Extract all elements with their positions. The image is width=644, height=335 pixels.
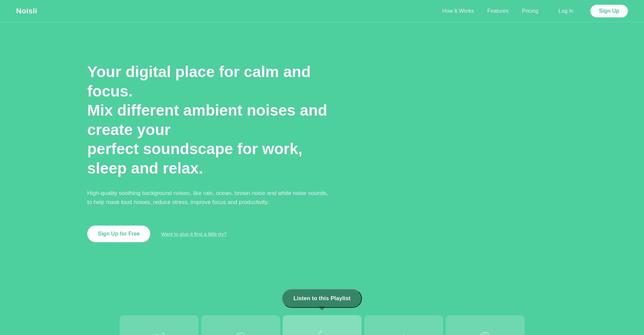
sound-tile-steam[interactable] (364, 315, 443, 335)
sound-tile-coffee[interactable] (283, 315, 362, 335)
nav-login[interactable]: Log In (558, 8, 573, 14)
nav-pricing[interactable]: Pricing (522, 8, 538, 14)
playlist-section: Listen to this Playlist (0, 289, 644, 335)
steam-icon (395, 329, 412, 335)
nav-signup-button[interactable]: Sign Up (590, 5, 628, 17)
site-logo[interactable]: Noisli (16, 7, 37, 15)
sound-tile-circle[interactable] (446, 315, 525, 335)
circle-icon (477, 329, 493, 335)
try-link[interactable]: Want to give it first a little try? (161, 231, 226, 237)
wind-icon (151, 329, 167, 335)
headphones-icon (232, 329, 249, 335)
coffee-icon (314, 329, 330, 335)
nav-how-it-works[interactable]: How It Works (442, 8, 474, 14)
signup-free-button[interactable]: Sign Up for Free (87, 225, 150, 242)
sound-tile-wind[interactable] (120, 315, 199, 335)
navbar: Noisli How It Works Features Pricing Log… (0, 0, 644, 22)
hero-title: Your digital place for calm and focus. M… (87, 62, 335, 178)
nav-links: How It Works Features Pricing Log In Sig… (442, 5, 628, 17)
sound-tiles-row (0, 315, 644, 335)
nav-features[interactable]: Features (487, 8, 508, 14)
hero-subtitle: High-quality soothing background noises,… (87, 189, 329, 207)
hero-cta: Sign Up for Free Want to give it first a… (87, 225, 335, 242)
listen-playlist-button[interactable]: Listen to this Playlist (282, 289, 362, 308)
sound-tile-headphones[interactable] (201, 315, 280, 335)
hero-section: Your digital place for calm and focus. M… (0, 22, 335, 242)
